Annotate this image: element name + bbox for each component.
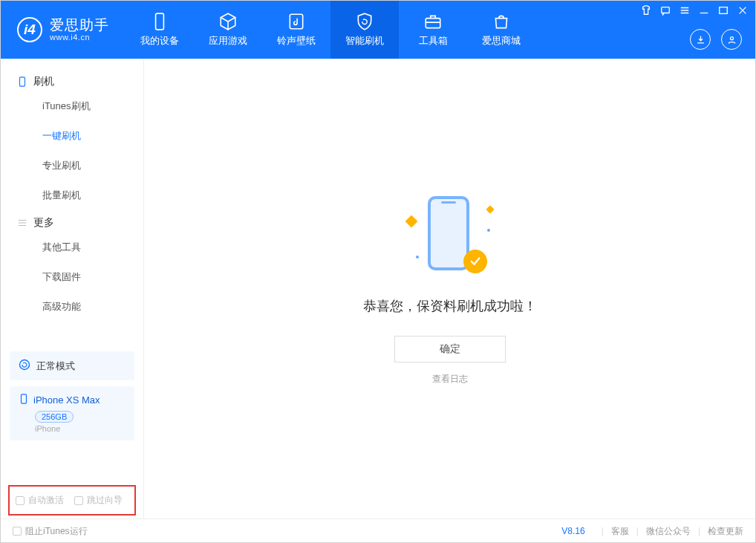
checkbox-block-itunes[interactable]: 阻止iTunes运行 — [13, 525, 88, 538]
menu-icon[interactable] — [680, 5, 690, 16]
nav-label: 工具箱 — [419, 34, 448, 48]
device-mode[interactable]: 正常模式 — [10, 351, 134, 380]
version-label: V8.16 — [561, 526, 584, 536]
sidebar: 刷机 iTunes刷机 一键刷机 专业刷机 批量刷机 更多 其他工具 下载固件 … — [1, 59, 144, 518]
success-illustration — [405, 192, 495, 281]
svg-rect-2 — [426, 19, 440, 28]
close-icon[interactable] — [737, 5, 748, 16]
sidebar-item-advanced[interactable]: 高级功能 — [1, 292, 143, 322]
sidebar-item-pro-flash[interactable]: 专业刷机 — [1, 151, 143, 181]
phone-small-icon — [19, 394, 29, 406]
svg-point-7 — [20, 360, 30, 370]
view-log-link[interactable]: 查看日志 — [432, 373, 468, 386]
checkbox-skip-guide[interactable]: 跳过向导 — [74, 494, 123, 507]
svg-rect-6 — [20, 77, 25, 86]
device-name: iPhone XS Max — [33, 394, 100, 406]
app-name-en: www.i4.cn — [50, 33, 109, 42]
briefcase-icon — [423, 12, 443, 31]
nav-label: 智能刷机 — [345, 34, 384, 48]
app-header: i4 爱思助手 www.i4.cn 我的设备 应用游戏 铃声壁纸 智能刷机 工具… — [1, 1, 755, 59]
sidebar-item-other-tools[interactable]: 其他工具 — [1, 233, 143, 262]
nav-toolbox[interactable]: 工具箱 — [399, 1, 467, 59]
nav-apps[interactable]: 应用游戏 — [194, 1, 262, 59]
footer-link-update[interactable]: 检查更新 — [708, 525, 743, 538]
success-message: 恭喜您，保资料刷机成功啦！ — [363, 297, 537, 315]
mode-label: 正常模式 — [36, 360, 75, 373]
status-bar: 阻止iTunes运行 V8.16 | 客服 | 微信公众号 | 检查更新 — [1, 518, 755, 543]
nav-label: 应用游戏 — [209, 34, 247, 48]
logo-icon: i4 — [17, 17, 42, 42]
device-info[interactable]: iPhone XS Max 256GB iPhone — [10, 386, 134, 440]
sidebar-item-download-fw[interactable]: 下载固件 — [1, 262, 143, 292]
nav-ringtone[interactable]: 铃声壁纸 — [262, 1, 330, 59]
ok-button[interactable]: 确定 — [394, 336, 506, 362]
app-name-cn: 爱思助手 — [50, 18, 109, 33]
window-controls — [641, 5, 748, 16]
app-logo: i4 爱思助手 www.i4.cn — [1, 17, 126, 42]
device-icon — [17, 77, 27, 87]
checkbox-auto-activate[interactable]: 自动激活 — [16, 494, 64, 507]
checkbox-label: 阻止iTunes运行 — [25, 525, 88, 538]
nav-store[interactable]: 爱思商城 — [467, 1, 535, 59]
checkbox-icon — [74, 496, 83, 505]
refresh-icon — [19, 359, 30, 373]
sidebar-group-flash: 刷机 — [1, 69, 143, 91]
svg-rect-0 — [156, 13, 164, 30]
svg-rect-8 — [22, 394, 27, 403]
sidebar-group-more: 更多 — [1, 210, 143, 233]
svg-rect-4 — [662, 7, 670, 13]
svg-rect-5 — [720, 7, 728, 14]
download-button[interactable] — [690, 29, 711, 50]
group-label: 刷机 — [33, 75, 54, 88]
footer-link-wechat[interactable]: 微信公众号 — [646, 525, 691, 538]
sidebar-item-batch-flash[interactable]: 批量刷机 — [1, 181, 143, 210]
checkbox-label: 自动激活 — [28, 494, 64, 507]
nav-label: 我的设备 — [140, 34, 179, 48]
checkbox-label: 跳过向导 — [87, 494, 123, 507]
music-icon — [287, 12, 306, 31]
main-content: 恭喜您，保资料刷机成功啦！ 确定 查看日志 — [144, 59, 755, 518]
feedback-icon[interactable] — [660, 5, 671, 16]
svg-point-3 — [730, 36, 733, 39]
sidebar-item-itunes-flash[interactable]: iTunes刷机 — [1, 91, 143, 121]
checkbox-icon — [13, 527, 22, 536]
cube-icon — [218, 12, 238, 31]
nav-label: 爱思商城 — [482, 34, 521, 48]
app-body: 刷机 iTunes刷机 一键刷机 专业刷机 批量刷机 更多 其他工具 下载固件 … — [1, 59, 755, 518]
phone-icon — [150, 12, 169, 31]
bag-icon — [492, 12, 511, 31]
minimize-icon[interactable] — [699, 5, 709, 16]
shield-refresh-icon — [355, 12, 374, 31]
nav-my-device[interactable]: 我的设备 — [126, 1, 194, 59]
flash-options-highlight: 自动激活 跳过向导 — [8, 485, 136, 516]
skin-icon[interactable] — [641, 5, 651, 16]
nav-label: 铃声壁纸 — [277, 34, 316, 48]
device-type: iPhone — [35, 424, 126, 433]
sidebar-item-oneclick-flash[interactable]: 一键刷机 — [1, 121, 143, 151]
user-button[interactable] — [721, 29, 742, 50]
checkmark-icon — [463, 250, 487, 273]
svg-rect-1 — [290, 14, 302, 29]
header-actions — [690, 29, 742, 50]
list-icon — [17, 218, 27, 228]
footer-link-support[interactable]: 客服 — [611, 525, 629, 538]
nav-flash[interactable]: 智能刷机 — [330, 1, 399, 59]
device-capacity: 256GB — [35, 411, 74, 423]
group-label: 更多 — [33, 216, 54, 230]
checkbox-icon — [16, 496, 25, 505]
top-nav: 我的设备 应用游戏 铃声壁纸 智能刷机 工具箱 爱思商城 — [126, 1, 535, 59]
maximize-icon[interactable] — [718, 5, 729, 16]
